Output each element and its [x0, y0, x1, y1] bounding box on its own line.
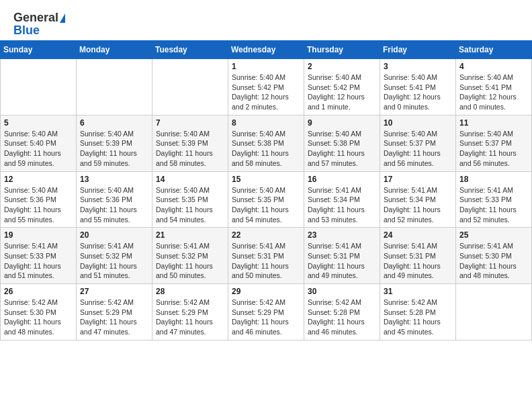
- calendar-cell: [152, 59, 228, 116]
- day-number: 12: [4, 175, 73, 184]
- day-info: Sunrise: 5:40 AMSunset: 5:36 PMDaylight:…: [4, 185, 73, 225]
- day-of-week-header: Saturday: [456, 41, 532, 59]
- day-info: Sunrise: 5:42 AMSunset: 5:29 PMDaylight:…: [80, 298, 148, 337]
- day-info: Sunrise: 5:40 AMSunset: 5:35 PMDaylight:…: [156, 185, 224, 225]
- calendar-header-row: SundayMondayTuesdayWednesdayThursdayFrid…: [1, 41, 532, 59]
- day-number: 6: [80, 118, 148, 128]
- calendar-cell: 24Sunrise: 5:41 AMSunset: 5:31 PMDayligh…: [380, 228, 456, 284]
- calendar-cell: 18Sunrise: 5:41 AMSunset: 5:33 PMDayligh…: [456, 171, 532, 228]
- day-number: 1: [232, 62, 300, 71]
- day-number: 5: [4, 118, 73, 128]
- day-info: Sunrise: 5:40 AMSunset: 5:38 PMDaylight:…: [308, 129, 376, 169]
- day-info: Sunrise: 5:40 AMSunset: 5:41 PMDaylight:…: [384, 73, 452, 112]
- day-info: Sunrise: 5:40 AMSunset: 5:37 PMDaylight:…: [384, 129, 452, 169]
- day-number: 4: [459, 62, 528, 71]
- day-number: 19: [4, 230, 73, 240]
- day-number: 21: [156, 230, 224, 240]
- day-number: 27: [80, 287, 148, 296]
- calendar-week-row: 12Sunrise: 5:40 AMSunset: 5:36 PMDayligh…: [1, 171, 532, 228]
- day-number: 30: [308, 287, 376, 296]
- calendar-cell: 21Sunrise: 5:41 AMSunset: 5:32 PMDayligh…: [152, 228, 228, 284]
- calendar-cell: 26Sunrise: 5:42 AMSunset: 5:30 PMDayligh…: [1, 284, 77, 340]
- day-info: Sunrise: 5:41 AMSunset: 5:32 PMDaylight:…: [156, 241, 224, 281]
- day-number: 29: [232, 287, 300, 296]
- calendar-cell: 17Sunrise: 5:41 AMSunset: 5:34 PMDayligh…: [380, 171, 456, 228]
- logo-blue-text: Blue: [13, 24, 40, 38]
- day-info: Sunrise: 5:41 AMSunset: 5:32 PMDaylight:…: [80, 241, 148, 281]
- day-info: Sunrise: 5:40 AMSunset: 5:39 PMDaylight:…: [80, 129, 148, 169]
- calendar-cell: 28Sunrise: 5:42 AMSunset: 5:29 PMDayligh…: [152, 284, 228, 340]
- day-of-week-header: Sunday: [1, 41, 77, 59]
- day-number: 22: [232, 230, 300, 240]
- calendar-cell: 19Sunrise: 5:41 AMSunset: 5:33 PMDayligh…: [1, 228, 77, 284]
- day-number: 25: [459, 230, 528, 240]
- day-number: 31: [384, 287, 452, 296]
- day-number: 3: [384, 62, 452, 71]
- calendar-week-row: 1Sunrise: 5:40 AMSunset: 5:42 PMDaylight…: [1, 59, 532, 116]
- calendar-cell: 9Sunrise: 5:40 AMSunset: 5:38 PMDaylight…: [304, 115, 380, 171]
- day-info: Sunrise: 5:40 AMSunset: 5:41 PMDaylight:…: [459, 73, 528, 112]
- day-info: Sunrise: 5:40 AMSunset: 5:42 PMDaylight:…: [308, 73, 376, 112]
- day-number: 14: [156, 175, 224, 184]
- day-info: Sunrise: 5:41 AMSunset: 5:33 PMDaylight:…: [4, 241, 73, 281]
- calendar-cell: 6Sunrise: 5:40 AMSunset: 5:39 PMDaylight…: [77, 115, 152, 171]
- calendar-cell: 10Sunrise: 5:40 AMSunset: 5:37 PMDayligh…: [380, 115, 456, 171]
- calendar-table: SundayMondayTuesdayWednesdayThursdayFrid…: [0, 40, 532, 340]
- day-info: Sunrise: 5:40 AMSunset: 5:42 PMDaylight:…: [232, 73, 300, 112]
- day-number: 16: [308, 175, 376, 184]
- day-info: Sunrise: 5:42 AMSunset: 5:30 PMDaylight:…: [4, 298, 73, 337]
- day-info: Sunrise: 5:41 AMSunset: 5:30 PMDaylight:…: [459, 241, 528, 281]
- calendar-cell: 29Sunrise: 5:42 AMSunset: 5:29 PMDayligh…: [228, 284, 304, 340]
- day-info: Sunrise: 5:40 AMSunset: 5:39 PMDaylight:…: [156, 129, 224, 169]
- day-of-week-header: Monday: [77, 41, 152, 59]
- calendar-week-row: 5Sunrise: 5:40 AMSunset: 5:40 PMDaylight…: [1, 115, 532, 171]
- calendar-cell: 11Sunrise: 5:40 AMSunset: 5:37 PMDayligh…: [456, 115, 532, 171]
- day-info: Sunrise: 5:42 AMSunset: 5:29 PMDaylight:…: [232, 298, 300, 337]
- day-number: 26: [4, 287, 73, 296]
- calendar-cell: 14Sunrise: 5:40 AMSunset: 5:35 PMDayligh…: [152, 171, 228, 228]
- logo: General Blue: [13, 11, 65, 38]
- day-of-week-header: Wednesday: [228, 41, 304, 59]
- logo-general-text: General: [13, 11, 58, 25]
- day-info: Sunrise: 5:42 AMSunset: 5:29 PMDaylight:…: [156, 298, 224, 337]
- calendar-cell: 3Sunrise: 5:40 AMSunset: 5:41 PMDaylight…: [380, 59, 456, 116]
- day-info: Sunrise: 5:40 AMSunset: 5:36 PMDaylight:…: [80, 185, 148, 225]
- calendar-cell: 22Sunrise: 5:41 AMSunset: 5:31 PMDayligh…: [228, 228, 304, 284]
- day-number: 18: [459, 175, 528, 184]
- day-number: 9: [308, 118, 376, 128]
- day-info: Sunrise: 5:40 AMSunset: 5:35 PMDaylight:…: [232, 185, 300, 225]
- calendar-cell: 20Sunrise: 5:41 AMSunset: 5:32 PMDayligh…: [77, 228, 152, 284]
- calendar-cell: 1Sunrise: 5:40 AMSunset: 5:42 PMDaylight…: [228, 59, 304, 116]
- calendar-cell: 27Sunrise: 5:42 AMSunset: 5:29 PMDayligh…: [77, 284, 152, 340]
- calendar-cell: 2Sunrise: 5:40 AMSunset: 5:42 PMDaylight…: [304, 59, 380, 116]
- calendar-cell: 13Sunrise: 5:40 AMSunset: 5:36 PMDayligh…: [77, 171, 152, 228]
- day-info: Sunrise: 5:41 AMSunset: 5:33 PMDaylight:…: [459, 185, 528, 225]
- day-number: 7: [156, 118, 224, 128]
- day-info: Sunrise: 5:41 AMSunset: 5:34 PMDaylight:…: [384, 185, 452, 225]
- day-number: 2: [308, 62, 376, 71]
- calendar-cell: 7Sunrise: 5:40 AMSunset: 5:39 PMDaylight…: [152, 115, 228, 171]
- day-info: Sunrise: 5:41 AMSunset: 5:34 PMDaylight:…: [308, 185, 376, 225]
- day-number: 28: [156, 287, 224, 296]
- calendar-cell: 25Sunrise: 5:41 AMSunset: 5:30 PMDayligh…: [456, 228, 532, 284]
- day-number: 23: [308, 230, 376, 240]
- day-of-week-header: Friday: [380, 41, 456, 59]
- day-info: Sunrise: 5:40 AMSunset: 5:38 PMDaylight:…: [232, 129, 300, 169]
- day-number: 13: [80, 175, 148, 184]
- day-number: 24: [384, 230, 452, 240]
- day-number: 20: [80, 230, 148, 240]
- day-info: Sunrise: 5:40 AMSunset: 5:40 PMDaylight:…: [4, 129, 73, 169]
- calendar-cell: 4Sunrise: 5:40 AMSunset: 5:41 PMDaylight…: [456, 59, 532, 116]
- logo-triangle-icon: [60, 13, 65, 23]
- calendar-cell: 16Sunrise: 5:41 AMSunset: 5:34 PMDayligh…: [304, 171, 380, 228]
- calendar-week-row: 19Sunrise: 5:41 AMSunset: 5:33 PMDayligh…: [1, 228, 532, 284]
- day-number: 17: [384, 175, 452, 184]
- day-number: 8: [232, 118, 300, 128]
- calendar-cell: 5Sunrise: 5:40 AMSunset: 5:40 PMDaylight…: [1, 115, 77, 171]
- day-number: 10: [384, 118, 452, 128]
- calendar-week-row: 26Sunrise: 5:42 AMSunset: 5:30 PMDayligh…: [1, 284, 532, 340]
- calendar-cell: 23Sunrise: 5:41 AMSunset: 5:31 PMDayligh…: [304, 228, 380, 284]
- calendar-cell: 12Sunrise: 5:40 AMSunset: 5:36 PMDayligh…: [1, 171, 77, 228]
- day-number: 11: [459, 118, 528, 128]
- calendar-cell: [456, 284, 532, 340]
